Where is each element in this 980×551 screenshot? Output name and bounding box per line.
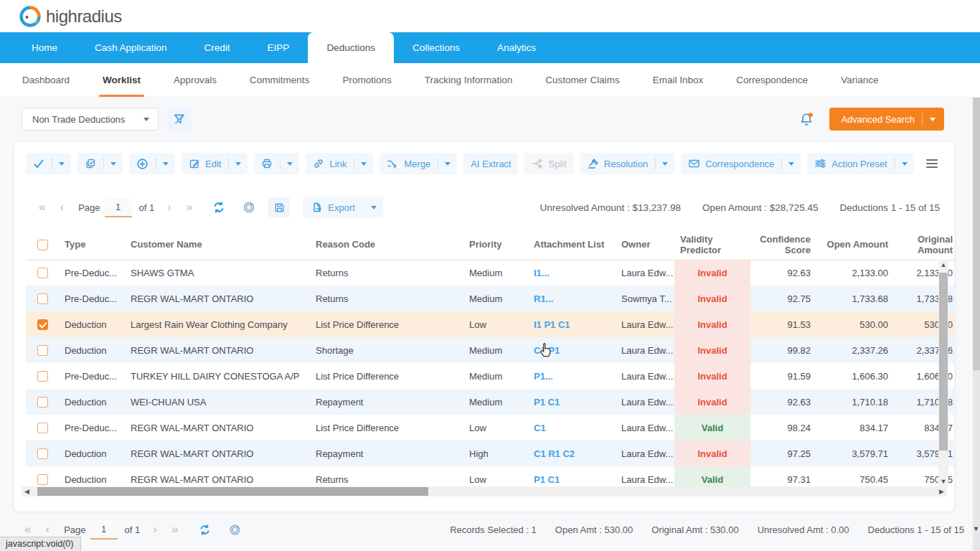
page-input[interactable] <box>105 198 132 217</box>
col-header-open-amount[interactable]: Open Amount <box>816 231 894 260</box>
save-layout-button[interactable] <box>268 197 290 217</box>
main-nav-item-cash-application[interactable]: Cash Application <box>76 32 186 63</box>
table-row[interactable]: DeductionWEI-CHUAN USARepaymentMediumP1 … <box>26 389 954 415</box>
footer-first-page-button[interactable]: « <box>17 522 38 537</box>
table-menu-button[interactable] <box>921 156 943 171</box>
export-dropdown-button[interactable] <box>364 206 383 209</box>
link-button[interactable]: Link <box>306 153 354 174</box>
row-checkbox[interactable] <box>37 423 48 433</box>
correspondence-dropdown-button[interactable] <box>782 153 801 174</box>
col-header-original-amount[interactable]: Original Amount <box>894 231 954 260</box>
view-selector-dropdown[interactable]: Non Trade Deductions <box>22 108 159 131</box>
table-row[interactable]: DeductionLargest Rain Wear Clothing Comp… <box>26 311 954 337</box>
footer-last-page-button[interactable]: » <box>164 522 185 537</box>
table-row[interactable]: Pre-Deduc...REGR WAL-MART ONTARIOList Pr… <box>26 415 954 441</box>
page-scroll-down-icon[interactable]: ▼ <box>973 525 979 532</box>
vertical-scrollbar[interactable]: ▲ ▼ <box>938 260 948 486</box>
row-checkbox[interactable] <box>37 371 48 382</box>
main-nav-item-home[interactable]: Home <box>13 32 76 63</box>
sub-nav-item-customer-claims[interactable]: Customer Claims <box>529 63 636 97</box>
link-dropdown-button[interactable] <box>354 153 373 174</box>
footer-refresh-button[interactable] <box>194 519 215 540</box>
table-row[interactable]: Pre-Deduc...SHAWS GTMAReturnsMediumI1...… <box>26 260 954 286</box>
main-nav-item-eipp[interactable]: EIPP <box>249 32 308 63</box>
edit-dropdown-button[interactable] <box>229 153 248 174</box>
prev-page-button[interactable]: ‹ <box>52 200 71 215</box>
clear-filter-button[interactable] <box>167 108 192 131</box>
footer-next-page-button[interactable]: › <box>146 522 164 537</box>
col-header-confidence-score[interactable]: Confidence Score <box>750 231 816 260</box>
sub-nav-item-approvals[interactable]: Approvals <box>157 63 233 97</box>
export-button[interactable]: Export <box>303 202 364 213</box>
footer-auto-refresh-button[interactable] <box>224 519 245 540</box>
row-checkbox[interactable] <box>37 474 48 485</box>
next-page-button[interactable]: › <box>160 200 179 215</box>
col-header-validity-predictor[interactable]: Validity Predictor <box>674 231 750 260</box>
correspondence-button[interactable]: Correspondence <box>681 153 781 174</box>
action-preset-button[interactable]: Action Preset <box>807 153 894 174</box>
page-scrollbar[interactable] <box>973 98 980 551</box>
first-page-button[interactable]: « <box>32 200 52 215</box>
col-header-type[interactable]: Type <box>59 231 125 260</box>
attachment-links[interactable]: P1 C1 <box>534 397 560 408</box>
approve-button[interactable] <box>26 153 52 174</box>
scroll-left-arrow[interactable]: ◀ <box>24 486 29 496</box>
table-row[interactable]: DeductionREGR WAL-MART ONTARIOShortageMe… <box>26 337 954 363</box>
bulk-select-button[interactable] <box>77 153 103 174</box>
print-dropdown-button[interactable] <box>281 153 299 174</box>
merge-button[interactable]: Merge <box>380 153 438 174</box>
footer-prev-page-button[interactable]: ‹ <box>38 522 57 537</box>
col-header-owner[interactable]: Owner <box>616 231 674 260</box>
main-nav-item-analytics[interactable]: Analytics <box>479 32 555 63</box>
main-nav-item-collections[interactable]: Collections <box>394 32 479 63</box>
sub-nav-item-worklist[interactable]: Worklist <box>86 63 157 97</box>
scroll-right-arrow[interactable]: ▶ <box>939 486 944 496</box>
attachment-links[interactable]: P1... <box>534 371 553 382</box>
row-checkbox[interactable] <box>37 345 48 356</box>
sub-nav-item-promotions[interactable]: Promotions <box>326 63 407 97</box>
add-button[interactable] <box>129 153 156 174</box>
attachment-links[interactable]: I1 P1 C1 <box>534 319 570 330</box>
auto-refresh-button[interactable] <box>238 197 260 217</box>
attachment-links[interactable]: C1 R1 C2 <box>534 448 575 459</box>
table-row[interactable]: Pre-Deduc...TURKEY HILL DAIRY CONESTOGA … <box>26 363 954 389</box>
sub-nav-item-email-inbox[interactable]: Email Inbox <box>636 63 720 97</box>
page-scrollbar-thumb[interactable] <box>973 98 980 370</box>
row-checkbox[interactable] <box>37 293 48 304</box>
main-nav-item-credit[interactable]: Credit <box>186 32 249 63</box>
sub-nav-item-correspondence[interactable]: Correspondence <box>720 63 824 97</box>
sub-nav-item-tracking-information[interactable]: Tracking Information <box>408 63 529 97</box>
main-nav-item-deductions[interactable]: Deductions <box>308 32 394 63</box>
row-checkbox[interactable] <box>37 448 48 459</box>
col-header-reason-code[interactable]: Reason Code <box>310 231 463 260</box>
horizontal-scrollbar-thumb[interactable] <box>37 487 428 496</box>
horizontal-scrollbar[interactable]: ◀ ▶ <box>22 486 947 496</box>
row-checkbox[interactable] <box>37 397 48 408</box>
attachment-links[interactable]: R1... <box>534 293 553 304</box>
attachment-links[interactable]: C1 <box>534 423 546 433</box>
advanced-search-button[interactable]: Advanced Search <box>829 108 944 131</box>
notifications-bell[interactable] <box>799 112 814 126</box>
table-row[interactable]: DeductionREGR WAL-MART ONTARIOReturnsLow… <box>26 466 954 486</box>
resolution-button[interactable]: Resolution <box>580 153 655 174</box>
edit-button[interactable]: Edit <box>182 153 228 174</box>
col-header-priority[interactable]: Priority <box>463 231 528 260</box>
merge-dropdown-button[interactable] <box>438 153 457 174</box>
row-checkbox[interactable] <box>37 319 48 330</box>
attachment-links[interactable]: I1... <box>534 268 550 278</box>
scroll-up-arrow[interactable]: ▲ <box>941 260 947 270</box>
sub-nav-item-commitments[interactable]: Commitments <box>233 63 326 97</box>
sub-nav-item-dashboard[interactable]: Dashboard <box>6 63 86 97</box>
row-checkbox[interactable] <box>37 268 48 278</box>
scroll-down-arrow[interactable]: ▼ <box>941 476 947 486</box>
attachment-links[interactable]: P1 C1 <box>534 474 560 485</box>
col-header-customer-name[interactable]: Customer Name <box>125 231 310 260</box>
select-all-checkbox[interactable] <box>37 240 48 250</box>
col-header-attachment-list[interactable]: Attachment List <box>528 231 616 260</box>
resolution-dropdown-button[interactable] <box>656 153 674 174</box>
add-dropdown-button[interactable] <box>156 153 175 174</box>
approve-dropdown-button[interactable] <box>52 153 71 174</box>
bulk-select-dropdown-button[interactable] <box>104 153 123 174</box>
table-row[interactable]: Pre-Deduc...REGR WAL-MART ONTARIOReturns… <box>26 286 954 311</box>
refresh-button[interactable] <box>208 197 230 217</box>
